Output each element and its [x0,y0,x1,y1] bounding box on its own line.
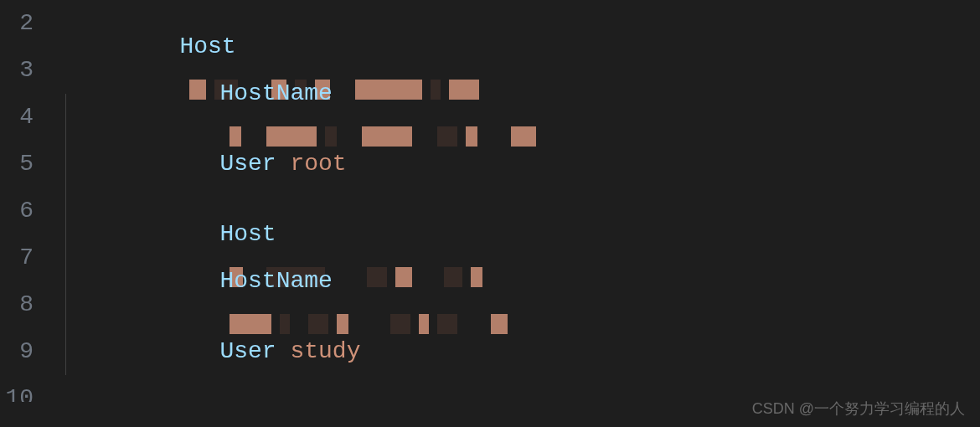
line-number: 10 [0,375,34,402]
indent-guide [65,328,66,375]
line-number: 4 [0,94,34,141]
code-area[interactable]: Host HostName [50,0,980,427]
line-number: 6 [0,188,34,234]
line-number: 9 [0,328,34,375]
line-number: 7 [0,234,34,281]
line-number: 8 [0,281,34,328]
ssh-user-value: study [290,338,360,364]
line-number-gutter: 2 3 4 5 6 7 8 9 10 [0,0,50,427]
code-editor[interactable]: 2 3 4 5 6 7 8 9 10 Host [0,0,980,427]
ssh-user-keyword: User [219,338,276,364]
line-number: 3 [0,47,34,94]
code-line[interactable]: User study [50,328,980,375]
line-number: 5 [0,141,34,188]
watermark-text: CSDN @一个努力学习编程的人 [752,399,965,419]
line-number: 2 [0,0,34,47]
